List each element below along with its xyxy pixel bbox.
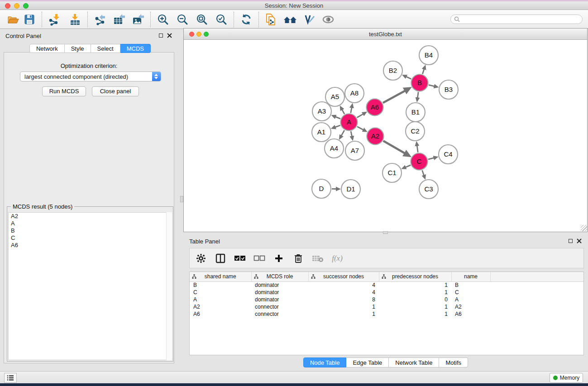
column-header-shared-name[interactable]: shared name: [190, 272, 251, 281]
close-panel-icon[interactable]: [577, 238, 582, 243]
close-panel-button[interactable]: Close panel: [92, 86, 139, 96]
float-panel-icon[interactable]: [569, 239, 573, 243]
export-image-button[interactable]: [130, 12, 146, 27]
export-network-button[interactable]: [92, 12, 108, 27]
zoom-selected-button[interactable]: [214, 12, 229, 27]
node-c3[interactable]: C3: [419, 180, 438, 199]
result-item[interactable]: C: [9, 234, 172, 242]
node-a1[interactable]: A1: [312, 123, 331, 142]
result-item[interactable]: A6: [9, 242, 172, 249]
tab-mcds[interactable]: MCDS: [120, 44, 151, 53]
save-session-button[interactable]: [22, 12, 37, 27]
export-table-button[interactable]: [111, 12, 127, 27]
close-panel-icon[interactable]: [167, 33, 172, 38]
function-builder-button[interactable]: f(x): [331, 253, 343, 264]
table-row[interactable]: A2connector11A2: [190, 303, 583, 310]
node-c1[interactable]: C1: [382, 163, 402, 182]
split-columns-button[interactable]: [215, 253, 226, 264]
node-a2[interactable]: A2: [367, 128, 384, 145]
tab-select[interactable]: Select: [91, 44, 120, 53]
edge-a-a7[interactable]: [351, 131, 352, 136]
edge-a-a6[interactable]: [357, 114, 363, 118]
edge-a-a1[interactable]: [335, 125, 340, 127]
memory-button[interactable]: Memory: [550, 373, 583, 383]
import-table-button[interactable]: [67, 12, 83, 27]
select-all-button[interactable]: [234, 253, 246, 264]
node-a4[interactable]: A4: [325, 139, 344, 158]
search-input[interactable]: [460, 15, 582, 23]
run-mcds-button[interactable]: Run MCDS: [42, 86, 86, 96]
node-b3[interactable]: B3: [439, 80, 458, 99]
node-b4[interactable]: B4: [419, 46, 438, 65]
criterion-dropdown[interactable]: largest connected component (directed): [20, 71, 161, 81]
duplicate-network-button[interactable]: [263, 12, 279, 27]
column-header-predecessor-nodes[interactable]: predecessor nodes: [379, 272, 451, 281]
edge-a-a3[interactable]: [335, 117, 340, 119]
import-network-button[interactable]: [47, 12, 62, 27]
network-horizontal-scrollbar-thumb[interactable]: [383, 231, 388, 234]
edge-a2-c[interactable]: [383, 141, 405, 153]
node-c4[interactable]: C4: [439, 145, 458, 164]
remove-table-button[interactable]: [312, 253, 324, 264]
edge-a-a2[interactable]: [357, 127, 363, 130]
node-d1[interactable]: D1: [341, 180, 360, 199]
edge-c-c2[interactable]: [417, 146, 418, 152]
tab-network[interactable]: Network: [29, 44, 65, 53]
vizmapper-button[interactable]: [301, 12, 317, 27]
mcds-result-list[interactable]: A2ABCA6: [8, 212, 172, 360]
node-a5[interactable]: A5: [325, 87, 344, 106]
node-a6[interactable]: A6: [367, 99, 383, 116]
tab-edge-table[interactable]: Edge Table: [346, 357, 389, 367]
table-row[interactable]: Cdominator41C: [190, 289, 583, 296]
edge-b-b1[interactable]: [417, 92, 418, 97]
edge-a-a4[interactable]: [341, 130, 344, 136]
edge-a6-b[interactable]: [383, 91, 405, 103]
result-item[interactable]: B: [9, 227, 172, 234]
node-b1[interactable]: B1: [406, 103, 425, 122]
home-button[interactable]: [282, 12, 298, 27]
float-panel-icon[interactable]: [159, 33, 163, 38]
zoom-out-button[interactable]: [175, 12, 190, 27]
add-row-button[interactable]: [273, 253, 285, 264]
node-a7[interactable]: A7: [345, 141, 364, 160]
column-header-successor-nodes[interactable]: successor nodes: [308, 272, 379, 281]
tab-style[interactable]: Style: [65, 44, 91, 53]
tab-network-table[interactable]: Network Table: [389, 357, 439, 367]
result-item[interactable]: A2: [9, 213, 172, 220]
table-row[interactable]: Bdominator41B: [190, 281, 583, 289]
network-resize-grip[interactable]: [581, 225, 587, 231]
edge-b-b3[interactable]: [429, 85, 434, 86]
table-row[interactable]: A6connector11A6: [190, 310, 583, 318]
table-row[interactable]: Adominator80A: [190, 296, 583, 303]
node-a8[interactable]: A8: [345, 84, 364, 103]
task-history-button[interactable]: [4, 373, 17, 383]
edge-c-c4[interactable]: [428, 158, 434, 159]
node-c[interactable]: C: [411, 153, 428, 170]
network-vertical-scrollbar-thumb[interactable]: [180, 196, 183, 202]
edge-c-c1[interactable]: [406, 165, 411, 167]
node-a[interactable]: A: [341, 114, 358, 131]
column-header-mcds-role[interactable]: MCDS role: [251, 272, 308, 281]
refresh-view-button[interactable]: [239, 12, 254, 27]
node-a3[interactable]: A3: [312, 102, 331, 121]
open-session-button[interactable]: [5, 12, 21, 27]
edge-b-b4[interactable]: [422, 69, 424, 74]
edge-b-b2[interactable]: [406, 77, 411, 79]
zoom-fit-button[interactable]: [194, 12, 210, 27]
node-c2[interactable]: C2: [406, 122, 425, 141]
node-d[interactable]: D: [312, 179, 331, 198]
edge-a-a5[interactable]: [342, 110, 344, 114]
edge-c-c3[interactable]: [422, 170, 424, 175]
gear-button[interactable]: [195, 253, 207, 264]
search-field[interactable]: [450, 14, 583, 24]
edge-a-a8[interactable]: [351, 108, 352, 113]
deselect-all-button[interactable]: [253, 253, 265, 264]
show-hide-button[interactable]: [320, 12, 336, 27]
network-canvas[interactable]: B4B2BB3A8A5A6A3B1AC2A1A2A4A7C4CC1C3DD1: [184, 40, 587, 232]
zoom-in-button[interactable]: [155, 12, 171, 27]
result-item[interactable]: A: [9, 220, 172, 227]
tab-motifs[interactable]: Motifs: [439, 357, 468, 367]
tab-node-table[interactable]: Node Table: [303, 357, 347, 367]
node-b[interactable]: B: [411, 75, 428, 91]
node-b2[interactable]: B2: [383, 61, 402, 80]
